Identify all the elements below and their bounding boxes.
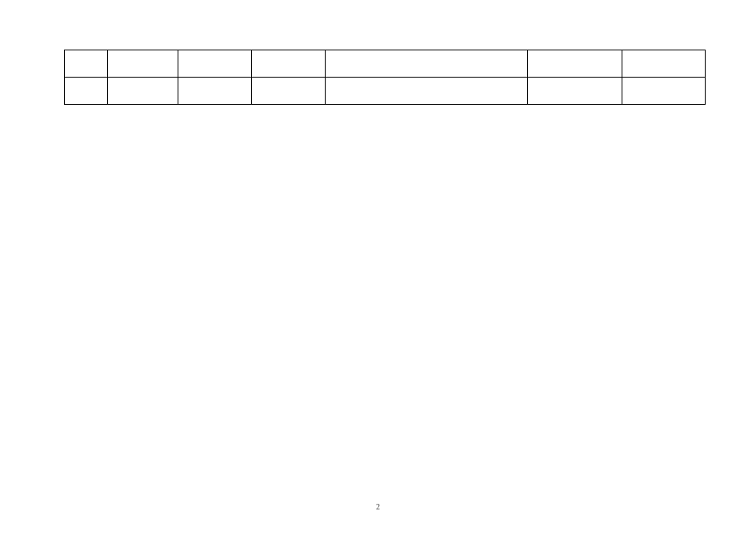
data-table (64, 50, 706, 105)
table-cell (251, 78, 325, 105)
table-cell (178, 50, 251, 78)
table-cell (251, 50, 325, 78)
table-cell (325, 50, 528, 78)
table-cell (622, 78, 706, 105)
table-cell (178, 78, 251, 105)
table-cell (528, 50, 622, 78)
table-cell (528, 78, 622, 105)
table-cell (622, 50, 706, 78)
table-cell (107, 78, 178, 105)
table-cell (65, 50, 108, 78)
table-container (64, 50, 706, 105)
table-row (65, 78, 706, 105)
table-cell (107, 50, 178, 78)
table-cell (325, 78, 528, 105)
table-row (65, 50, 706, 78)
page-number: 2 (376, 502, 380, 511)
table-cell (65, 78, 108, 105)
